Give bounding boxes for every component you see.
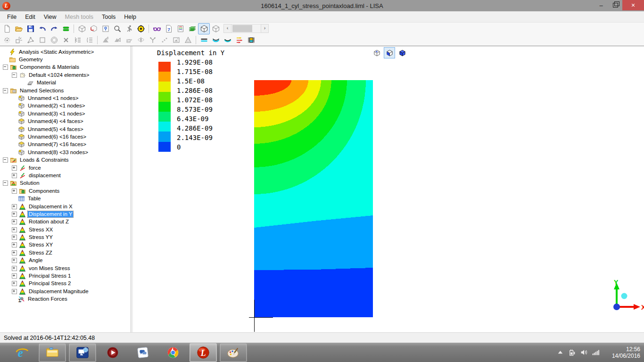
tree-item-components-materials[interactable]: Components & Materials — [0, 64, 131, 71]
page-info-button[interactable] — [163, 23, 174, 34]
tree-item-analysis-static-axisymmetric[interactable]: Analysis <Static Axisymmetric> — [0, 48, 131, 56]
scroll-left-button[interactable]: ‹ — [223, 24, 231, 33]
show-deformed-undeformed-button[interactable] — [222, 34, 233, 46]
element-sphere-button[interactable] — [48, 34, 60, 46]
battery-icon[interactable] — [568, 348, 576, 356]
taskbar-messenger[interactable] — [129, 343, 157, 362]
model-viewport[interactable]: Displacement in Y 1.929E-081.715E-081.5E… — [133, 46, 644, 333]
tree-item-displacement-magnitude[interactable]: Displacement Magnitude — [0, 288, 131, 295]
collapse-icon[interactable] — [3, 65, 8, 70]
menu-view[interactable]: View — [40, 13, 61, 21]
solve-button[interactable] — [60, 23, 72, 34]
expand-icon[interactable] — [12, 242, 17, 247]
show-deformed-button[interactable] — [210, 34, 222, 46]
sketch-notes-button[interactable] — [174, 23, 186, 34]
view-3d-glasses-button[interactable] — [151, 23, 163, 34]
extrude-list-2-button[interactable] — [83, 34, 95, 46]
expand-icon[interactable] — [12, 235, 17, 240]
tree-item-unnamed-3-1-nodes[interactable]: Unnamed(3) <1 nodes> — [0, 110, 131, 117]
expand-icon[interactable] — [12, 173, 17, 178]
expand-icon[interactable] — [12, 212, 17, 217]
taskbar-clock[interactable]: 12:56 14/06/2016 — [606, 346, 640, 359]
expand-icon[interactable] — [12, 266, 17, 271]
tree-item-rotation-about-z[interactable]: Rotation about Z — [0, 218, 131, 226]
tree-item-solution[interactable]: Solution — [0, 180, 131, 187]
tree-item-displacement-in-y[interactable]: Displacement in Y — [0, 210, 131, 218]
tree-item-unnamed-7-16-faces[interactable]: Unnamed(7) <16 faces> — [0, 141, 131, 148]
restore-button[interactable] — [608, 0, 622, 10]
delete-button[interactable] — [60, 34, 72, 46]
zoom-window-button[interactable] — [99, 23, 111, 34]
tree-item-components[interactable]: Components — [0, 187, 131, 195]
tree-item-principal-stress-1[interactable]: Principal Stress 1 — [0, 272, 131, 280]
wireframe-view-button[interactable] — [210, 23, 222, 34]
tree-item-unnamed-1-nodes[interactable]: Unnamed <1 nodes> — [0, 94, 131, 102]
split-arrows-button[interactable] — [147, 34, 158, 46]
expand-icon[interactable] — [12, 258, 17, 263]
tree-item-stress-zz[interactable]: Stress ZZ — [0, 249, 131, 256]
show-hidden-icons-chevron[interactable] — [556, 348, 564, 356]
tree-item-von-mises-stress[interactable]: von Mises Stress — [0, 264, 131, 272]
scroll-thumb[interactable] — [232, 25, 252, 32]
tree-item-unnamed-6-16-faces[interactable]: Unnamed(6) <16 faces> — [0, 133, 131, 140]
mesh-tri-1-button[interactable] — [99, 34, 111, 46]
tree-item-stress-xx[interactable]: Stress XX — [0, 226, 131, 233]
tree-item-displacement[interactable]: displacement — [0, 172, 131, 179]
tree-item-unnamed-5-4-faces[interactable]: Unnamed(5) <4 faces> — [0, 125, 131, 133]
animate-button[interactable] — [245, 34, 257, 46]
tree-item-reaction-forces[interactable]: Reaction Forces — [0, 296, 131, 303]
extrude-list-1-button[interactable] — [72, 34, 83, 46]
taskbar-chrome[interactable] — [159, 343, 187, 362]
view-wireframe-nodes-button[interactable] — [371, 47, 382, 58]
scroll-track[interactable] — [231, 24, 261, 33]
rotate-pin-button[interactable] — [135, 34, 147, 46]
tree-item-angle[interactable]: Angle — [0, 257, 131, 264]
mesh-image-button[interactable] — [170, 34, 182, 46]
view-solid-button[interactable] — [396, 47, 408, 58]
view-hidden-line-button[interactable] — [384, 47, 395, 58]
show-load-arrows-button[interactable] — [233, 34, 245, 46]
show-undeformed-button[interactable] — [198, 34, 210, 46]
collapse-icon[interactable] — [12, 73, 17, 78]
view-axes-cube-button[interactable] — [88, 23, 99, 34]
tree-item-geometry[interactable]: Geometry — [0, 56, 131, 63]
tree-item-default-1024-elements[interactable]: Default <1024 elements> — [0, 71, 131, 79]
tree-item-loads-constraints[interactable]: Loads & Constraints — [0, 156, 131, 164]
undo-button[interactable] — [36, 23, 48, 34]
open-file-button[interactable] — [13, 23, 25, 34]
shell-layers-button[interactable] — [186, 23, 198, 34]
mesh-box-button[interactable] — [123, 34, 135, 46]
mesh-triangle-outline-button[interactable] — [182, 34, 194, 46]
taskbar-internet-explorer[interactable] — [8, 343, 36, 362]
speaker-icon[interactable] — [580, 348, 588, 356]
taskbar-file-explorer[interactable] — [39, 343, 66, 362]
close-button[interactable]: × — [622, 0, 644, 10]
tree-item-table[interactable]: Table — [0, 195, 131, 202]
scroll-right-button[interactable]: › — [261, 24, 269, 33]
node-edit-button[interactable] — [25, 34, 36, 46]
expand-icon[interactable] — [12, 250, 17, 255]
expand-icon[interactable] — [12, 281, 17, 286]
tree-item-principal-stress-2[interactable]: Principal Stress 2 — [0, 280, 131, 288]
menu-help[interactable]: Help — [120, 13, 140, 21]
tree-item-unnamed-4-4-faces[interactable]: Unnamed(4) <4 faces> — [0, 118, 131, 125]
expand-icon[interactable] — [12, 227, 17, 232]
expand-icon[interactable] — [12, 204, 17, 209]
taskbar-lisa[interactable] — [190, 343, 217, 362]
tree-item-displacement-in-x[interactable]: Displacement in X — [0, 203, 131, 210]
taskbar-media-player[interactable] — [99, 343, 126, 362]
network-signal-icon[interactable] — [592, 348, 600, 356]
tree-item-stress-xy[interactable]: Stress XY — [0, 241, 131, 249]
walk-through-button[interactable] — [123, 23, 135, 34]
redo-button[interactable] — [48, 23, 60, 34]
node-dots-button[interactable] — [158, 34, 170, 46]
new-element-button[interactable] — [36, 34, 48, 46]
view-isometric-button[interactable] — [76, 23, 88, 34]
tree-item-unnamed-8-33-nodes[interactable]: Unnamed(8) <33 nodes> — [0, 148, 131, 156]
mesh-tri-2-button[interactable] — [111, 34, 123, 46]
minimize-button[interactable]: – — [594, 0, 608, 10]
tree-item-stress-yy[interactable]: Stress YY — [0, 233, 131, 241]
taskbar-paint[interactable] — [220, 343, 247, 362]
collapse-icon[interactable] — [3, 157, 8, 163]
menu-edit[interactable]: Edit — [21, 13, 40, 21]
